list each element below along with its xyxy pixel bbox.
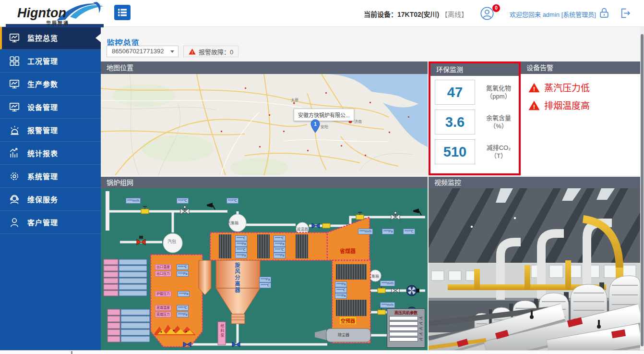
monitor-chart-icon xyxy=(9,101,20,113)
svg-text:!: ! xyxy=(533,103,535,110)
map-pin[interactable]: 1 xyxy=(310,119,321,134)
current-device-status: 当前设备：17KT02(安川) 【离线】 xyxy=(364,9,468,19)
sidebar-item-statistics[interactable]: 统计报表 xyxy=(0,142,101,165)
logout-icon xyxy=(619,7,632,20)
svg-text:!: ! xyxy=(533,85,535,92)
diagram-value-chip: ****℃ xyxy=(177,198,189,204)
sidebar-item-monitor-overview[interactable]: 监控总览 xyxy=(0,26,101,49)
env-monitoring-panel: 环保监测 47 氮氧化物（ppm） 3.6 余氧含量（%） 510 xyxy=(429,61,521,175)
diagram-label-drum: 汽包 xyxy=(167,238,176,244)
lock-screen-button[interactable] xyxy=(598,7,610,21)
sidebar-item-label: 设备管理 xyxy=(27,102,58,112)
device-select-dropdown[interactable]: 865067021771392 xyxy=(107,46,179,57)
diagram-value-chip: ****℃ xyxy=(274,247,286,253)
panel-header: 锅炉组网 xyxy=(101,177,428,188)
sidebar-item-production-params[interactable]: 生产参数 xyxy=(0,73,101,96)
app-root: Hignton 华辰智通 当前设备：17KT02(安川) 【离线】 xyxy=(0,0,644,354)
sidebar-item-alarm-mgmt[interactable]: 报警管理 xyxy=(0,119,101,142)
panel-header: 设备告警 xyxy=(521,61,640,74)
device-alarm-panel: 设备告警 ! 蒸汽压力低 ! 排烟温度高 xyxy=(521,61,640,175)
current-device-label: 当前设备：17KT02(安川) xyxy=(364,11,439,18)
boiler-network-panel: 锅炉组网 xyxy=(101,177,428,350)
metric-co2: 510 减排CO₂（T） xyxy=(435,139,518,164)
sidebar-item-label: 统计报表 xyxy=(27,148,58,158)
alarm-row: ! 排烟温度高 xyxy=(528,98,640,111)
diagram-param-chip: 炉膛压力 xyxy=(155,291,171,297)
menu-toggle-button[interactable] xyxy=(114,5,131,20)
metric-label: 氮氧化物（ppm） xyxy=(479,84,518,100)
diagram-value-chip: ****Pa xyxy=(178,291,190,297)
metric-nox: 47 氮氧化物（ppm） xyxy=(435,80,518,105)
alarm-fault-chip[interactable]: ! 报警故障：0 xyxy=(183,46,239,57)
diagram-param-chip: 出口温度 xyxy=(155,264,171,270)
sidebar-item-system-mgmt[interactable]: 系统管理 xyxy=(0,165,101,188)
panel-header: 环保监测 xyxy=(430,63,519,76)
svg-text:!: ! xyxy=(191,50,193,55)
sidebar-item-customer-mgmt[interactable]: 客户管理 xyxy=(0,211,101,234)
vertical-scrollbar-thumb[interactable] xyxy=(641,34,644,346)
diagram-label-cyclone: 旋风分离器 xyxy=(233,262,241,293)
diagram-label-attemperator: 减温器 xyxy=(297,226,308,232)
boiler-scada-graphic xyxy=(101,188,428,350)
diagram-value-chip: ****m³/h xyxy=(380,281,395,286)
sidebar-item-label: 监控总览 xyxy=(27,33,58,43)
flue-duct xyxy=(210,232,327,260)
sidebar-item-device-mgmt[interactable]: 设备管理 xyxy=(0,96,101,119)
env-metrics: 47 氮氧化物（ppm） 3.6 余氧含量（%） 510 减排CO₂（T） xyxy=(430,76,519,171)
vertical-scrollbar xyxy=(640,26,644,354)
warning-triangle-icon: ! xyxy=(528,82,540,93)
map-city-label: 安阳 xyxy=(321,124,328,129)
device-offline-status: 【离线】 xyxy=(441,11,468,18)
bar-chart-icon xyxy=(9,147,20,159)
sidebar-item-condition-mgmt[interactable]: 工况管理 xyxy=(0,49,101,73)
notification-badge[interactable]: 0 xyxy=(492,4,500,12)
person-icon xyxy=(9,217,20,228)
headset-icon xyxy=(9,194,20,205)
diagram-value-chip: ****Pa xyxy=(259,277,271,282)
sidebar-item-maintenance[interactable]: 维保服务 xyxy=(0,188,101,211)
boiler-diagram: 汽包 汽集箱 减温器 集箱 旋风分离器 省煤器 空预器 除尘器 给料泵 出口温度… xyxy=(101,188,428,350)
diagram-value-chip: ****℃ xyxy=(235,235,247,241)
welcome-text: 欢迎您回来 admin [系统管理员] xyxy=(510,10,596,19)
sidebar-item-label: 生产参数 xyxy=(27,79,58,89)
username-role: admin [系统管理员] xyxy=(543,11,596,18)
metric-value: 3.6 xyxy=(435,110,475,134)
diagram-value-chip: ****℃ xyxy=(177,305,189,311)
device-select-value: 865067021771392 xyxy=(112,48,164,55)
metric-oxygen: 3.6 余氧含量（%） xyxy=(435,110,518,134)
diagram-value-chip: ****Pa xyxy=(235,241,247,247)
welcome-label: 欢迎您回来 xyxy=(510,11,541,18)
user-avatar-button[interactable]: 0 xyxy=(480,6,504,22)
warning-triangle-icon: ! xyxy=(189,48,196,55)
grid-icon xyxy=(9,55,20,67)
diagram-value-chip: ****m³/h xyxy=(358,229,373,234)
logout-button[interactable] xyxy=(619,7,632,21)
diagram-value-chip: ****℃ xyxy=(403,229,415,234)
map-city-label: 济南 xyxy=(354,119,362,124)
sidebar-nav: 监控总览 工况管理 生产参数 设备管理 xyxy=(0,26,101,350)
diagram-value-chip: ****℃ xyxy=(274,235,286,241)
map-canvas[interactable]: 太原 济南 安阳 安徽方快锅炉有限公... 1 xyxy=(101,74,428,175)
diagram-param-chip: 底端压力 xyxy=(155,312,171,317)
horizontal-scrollbar-mark xyxy=(71,351,72,354)
brand-name: Hignton xyxy=(17,6,66,21)
alarm-text: 蒸汽压力低 xyxy=(544,81,590,94)
map-graphic xyxy=(101,74,428,175)
plant-photo-graphic xyxy=(429,188,640,350)
diagram-label-collector: 集箱 xyxy=(371,273,379,279)
page-controls: 865067021771392 ! 报警故障：0 xyxy=(107,46,239,57)
diagram-value-chip: ****Pa xyxy=(177,312,189,317)
diagram-label-feeder: 给料泵 xyxy=(219,324,225,338)
diagram-value-chip: ****℃ xyxy=(335,287,347,293)
diagram-label-preheater: 空预器 xyxy=(340,317,356,324)
diagram-value-chip: ****Pa xyxy=(235,253,247,258)
sidebar-item-label: 客户管理 xyxy=(27,217,58,227)
map-city-label: 太原 xyxy=(291,97,298,102)
diagram-value-chip: ****Pa xyxy=(335,281,347,287)
sidebar-item-label: 报警管理 xyxy=(27,125,58,135)
diagram-label-economizer: 省煤器 xyxy=(340,247,356,255)
sidebar-item-label: 系统管理 xyxy=(27,171,58,181)
fan-params-title: 高压风机参数 xyxy=(389,310,423,315)
diagram-param-chip: 底端温度 xyxy=(155,305,171,311)
diagram-value-chip: ****℃ xyxy=(227,198,239,204)
